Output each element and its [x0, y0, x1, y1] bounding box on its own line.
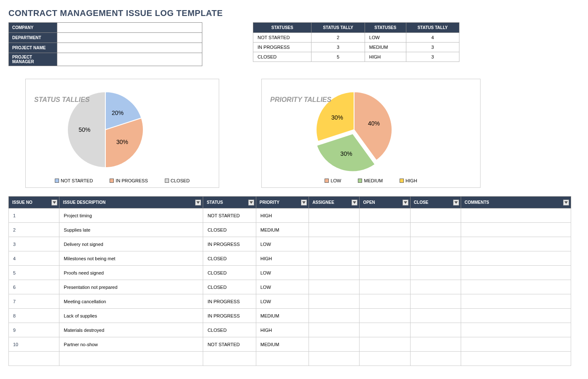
issue-close[interactable] [410, 208, 461, 223]
issue-comments[interactable] [461, 280, 571, 294]
filter-dropdown-icon[interactable] [352, 200, 357, 206]
issue-open[interactable] [360, 208, 410, 223]
issue-status[interactable]: IN PROGRESS [203, 237, 256, 251]
issue-open[interactable] [360, 323, 410, 337]
legend-swatch [358, 179, 362, 183]
meta-value[interactable] [57, 53, 202, 66]
issue-status[interactable]: CLOSED [203, 223, 256, 237]
issue-close[interactable] [410, 266, 461, 280]
issue-status[interactable]: CLOSED [203, 266, 256, 280]
issue-status[interactable]: CLOSED [203, 251, 256, 266]
issue-open[interactable] [360, 337, 410, 352]
issue-close[interactable] [410, 337, 461, 352]
issue-status[interactable]: IN PROGRESS [203, 309, 256, 323]
issue-comments[interactable] [461, 266, 571, 280]
issue-description[interactable]: Lack of supplies [59, 309, 203, 323]
issue-description[interactable]: Materials destroyed [59, 323, 203, 337]
issue-assignee[interactable] [309, 309, 360, 323]
issue-open[interactable] [360, 352, 410, 366]
issue-open[interactable] [360, 294, 410, 309]
issue-description[interactable]: Partner no-show [59, 337, 203, 352]
issue-assignee[interactable] [309, 223, 360, 237]
issue-comments[interactable] [461, 208, 571, 223]
issue-open[interactable] [360, 266, 410, 280]
issue-assignee[interactable] [309, 352, 360, 366]
issue-close[interactable] [410, 323, 461, 337]
issues-header[interactable]: ASSIGNEE [309, 197, 360, 208]
issue-close[interactable] [410, 352, 461, 366]
issue-close[interactable] [410, 251, 461, 266]
issue-close[interactable] [410, 223, 461, 237]
issue-comments[interactable] [461, 352, 571, 366]
issue-assignee[interactable] [309, 208, 360, 223]
filter-dropdown-icon[interactable] [453, 200, 459, 206]
issue-description[interactable]: Supplies late [59, 223, 203, 237]
issue-open[interactable] [360, 280, 410, 294]
issue-description[interactable]: Milestones not being met [59, 251, 203, 266]
issue-status[interactable]: NOT STARTED [203, 208, 256, 223]
issue-description[interactable]: Delivery not signed [59, 237, 203, 251]
issues-header[interactable]: COMMENTS [461, 197, 571, 208]
issue-priority[interactable]: HIGH [256, 251, 309, 266]
issue-description[interactable]: Proofs need signed [59, 266, 203, 280]
issues-header[interactable]: PRIORITY [256, 197, 309, 208]
issue-assignee[interactable] [309, 237, 360, 251]
issue-comments[interactable] [461, 323, 571, 337]
issue-priority[interactable]: LOW [256, 294, 309, 309]
issue-status[interactable]: CLOSED [203, 280, 256, 294]
issue-priority[interactable]: LOW [256, 266, 309, 280]
issue-description[interactable]: Meeting cancellation [59, 294, 203, 309]
issue-open[interactable] [360, 309, 410, 323]
issue-priority[interactable]: HIGH [256, 323, 309, 337]
issue-open[interactable] [360, 251, 410, 266]
issue-priority[interactable]: MEDIUM [256, 309, 309, 323]
filter-dropdown-icon[interactable] [248, 200, 254, 206]
issue-status[interactable]: IN PROGRESS [203, 294, 256, 309]
header-label: ISSUE DESCRIPTION [63, 200, 105, 205]
issue-priority[interactable]: LOW [256, 280, 309, 294]
issue-priority[interactable]: MEDIUM [256, 337, 309, 352]
issue-priority[interactable]: MEDIUM [256, 223, 309, 237]
issue-status[interactable]: NOT STARTED [203, 337, 256, 352]
header-label: ASSIGNEE [312, 200, 334, 205]
filter-dropdown-icon[interactable] [195, 200, 201, 206]
filter-dropdown-icon[interactable] [51, 200, 57, 206]
meta-value[interactable] [57, 23, 202, 33]
issue-close[interactable] [410, 237, 461, 251]
issue-description[interactable]: Project timing [59, 208, 203, 223]
issue-close[interactable] [410, 294, 461, 309]
meta-value[interactable] [57, 33, 202, 43]
issues-header[interactable]: OPEN [360, 197, 410, 208]
filter-dropdown-icon[interactable] [403, 200, 408, 206]
issue-priority[interactable]: HIGH [256, 208, 309, 223]
issue-assignee[interactable] [309, 266, 360, 280]
issue-priority[interactable] [256, 352, 309, 366]
issue-comments[interactable] [461, 294, 571, 309]
issue-comments[interactable] [461, 223, 571, 237]
issue-priority[interactable]: LOW [256, 237, 309, 251]
filter-dropdown-icon[interactable] [563, 200, 569, 206]
issues-header[interactable]: CLOSE [410, 197, 461, 208]
issue-description[interactable] [59, 352, 203, 366]
issue-close[interactable] [410, 280, 461, 294]
issue-status[interactable]: CLOSED [203, 323, 256, 337]
issue-comments[interactable] [461, 251, 571, 266]
issue-assignee[interactable] [309, 323, 360, 337]
issue-assignee[interactable] [309, 251, 360, 266]
issue-description[interactable]: Presentation not prepared [59, 280, 203, 294]
issues-header[interactable]: STATUS [203, 197, 256, 208]
issues-header[interactable]: ISSUE DESCRIPTION [59, 197, 203, 208]
meta-value[interactable] [57, 43, 202, 53]
issue-comments[interactable] [461, 309, 571, 323]
issue-assignee[interactable] [309, 280, 360, 294]
issue-open[interactable] [360, 223, 410, 237]
issue-assignee[interactable] [309, 294, 360, 309]
issues-header[interactable]: ISSUE NO [9, 197, 59, 208]
issue-comments[interactable] [461, 337, 571, 352]
issue-status[interactable] [203, 352, 256, 366]
issue-open[interactable] [360, 237, 410, 251]
issue-assignee[interactable] [309, 337, 360, 352]
filter-dropdown-icon[interactable] [301, 200, 307, 206]
issue-close[interactable] [410, 309, 461, 323]
issue-comments[interactable] [461, 237, 571, 251]
